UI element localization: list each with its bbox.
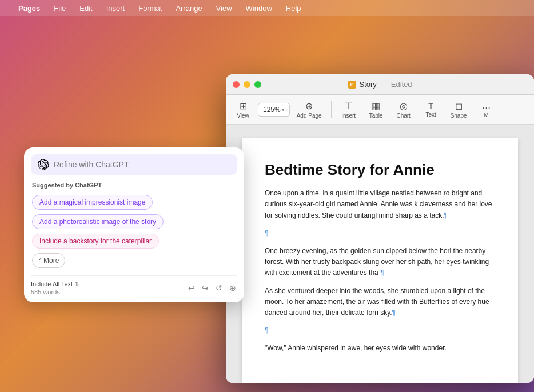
footer-left: Include All Text ⇅ 585 words — [31, 281, 79, 295]
zoom-selector[interactable]: 125% ▾ — [258, 103, 290, 117]
toolbar-table[interactable]: ▦ Table — [364, 98, 389, 121]
more-toolbar-icon: … — [482, 101, 491, 111]
window-title-separator: — — [380, 80, 388, 89]
chatgpt-panel: Suggested by ChatGPT Add a magical impre… — [24, 147, 244, 302]
close-button[interactable] — [233, 81, 240, 88]
footer-actions: ↩ ↪ ↺ ⊕ — [187, 282, 237, 294]
toolbar-table-label: Table — [369, 113, 383, 119]
menubar: Pages File Edit Insert Format Arrange Vi… — [0, 0, 534, 16]
toolbar: ⊞ View 125% ▾ ⊕ Add Page ⊤ Insert ▦ Tabl… — [226, 95, 534, 125]
word-count: 585 words — [31, 289, 79, 295]
suggestion-btn-2[interactable]: Add a photorealistic image of the story — [32, 214, 164, 229]
refine-input[interactable] — [54, 160, 230, 169]
document-title: Bedtime Story for Annie — [265, 161, 495, 179]
refresh-button[interactable]: ↺ — [214, 282, 224, 294]
menubar-window[interactable]: Window — [244, 3, 274, 14]
window-title: P Story — Edited — [348, 80, 412, 89]
doc-paragraph-4: As she ventured deeper into the woods, s… — [265, 286, 495, 319]
table-icon: ▦ — [372, 101, 380, 111]
shape-icon: ◻ — [455, 101, 463, 111]
toolbar-add-page[interactable]: ⊕ Add Page — [292, 98, 326, 121]
zoom-value: 125% — [263, 106, 281, 114]
pages-window: P Story — Edited ⊞ View 125% ▾ ⊕ Add Pag… — [226, 74, 534, 383]
doc-paragraph-2: ¶ — [265, 228, 495, 239]
menubar-edit[interactable]: Edit — [77, 3, 94, 14]
redo-button[interactable]: ↪ — [201, 282, 210, 294]
window-title-text: Story — [359, 80, 376, 89]
list-item: Add a magical impressionist image — [31, 193, 237, 211]
toolbar-more-label: M — [484, 112, 488, 118]
view-icon: ⊞ — [240, 101, 247, 111]
toolbar-view[interactable]: ⊞ View — [230, 98, 256, 121]
panel-footer: Include All Text ⇅ 585 words ↩ ↪ ↺ ⊕ — [31, 275, 237, 295]
suggestions-list: Add a magical impressionist image Add a … — [31, 193, 237, 270]
menubar-file[interactable]: File — [51, 3, 68, 14]
undo-button[interactable]: ↩ — [187, 282, 196, 294]
doc-paragraph-5: ¶ — [265, 325, 495, 336]
text-icon: T — [428, 101, 433, 110]
refine-input-container[interactable] — [31, 154, 237, 175]
menubar-arrange[interactable]: Arrange — [173, 3, 204, 14]
suggestion-btn-1[interactable]: Add a magical impressionist image — [32, 195, 153, 210]
suggestion-btn-3[interactable]: Include a backstory for the caterpillar — [32, 234, 159, 249]
menubar-format[interactable]: Format — [136, 3, 164, 14]
toolbar-view-label: View — [237, 113, 249, 119]
more-button-label: More — [43, 257, 59, 265]
chatgpt-logo-icon — [38, 159, 49, 170]
doc-paragraph-1: Once upon a time, in a quaint little vil… — [265, 188, 495, 221]
chevron-down-icon: ˅ — [38, 258, 41, 264]
toolbar-insert-label: Insert — [341, 113, 356, 119]
include-text-label: Include All Text — [31, 281, 73, 287]
include-arrows-icon: ⇅ — [75, 281, 79, 287]
list-item: ˅ More — [31, 251, 237, 270]
pages-file-icon: P — [348, 81, 356, 89]
toolbar-insert[interactable]: ⊤ Insert — [336, 98, 361, 121]
toolbar-more[interactable]: … M — [474, 98, 499, 121]
toolbar-text[interactable]: T Text — [419, 99, 444, 120]
edited-label: Edited — [391, 80, 412, 89]
toolbar-add-page-label: Add Page — [297, 113, 322, 119]
list-item: Include a backstory for the caterpillar — [31, 232, 237, 250]
zoom-chevron-icon: ▾ — [282, 107, 285, 113]
suggested-label: Suggested by ChatGPT — [31, 182, 237, 189]
toolbar-divider-1 — [331, 101, 332, 118]
document-content[interactable]: Bedtime Story for Annie Once upon a time… — [226, 125, 534, 383]
toolbar-shape[interactable]: ◻ Shape — [446, 98, 472, 121]
toolbar-chart-label: Chart — [396, 113, 410, 119]
more-button[interactable]: ˅ More — [32, 253, 65, 268]
toolbar-shape-label: Shape — [451, 113, 467, 119]
menubar-insert[interactable]: Insert — [104, 3, 127, 14]
menubar-help[interactable]: Help — [284, 3, 304, 14]
chart-icon: ◎ — [400, 101, 408, 111]
maximize-button[interactable] — [254, 81, 261, 88]
doc-paragraph-3: One breezy evening, as the golden sun di… — [265, 246, 495, 279]
doc-paragraph-6: "Wow," Annie whispered in awe, her eyes … — [265, 343, 495, 354]
menubar-view[interactable]: View — [214, 3, 234, 14]
document-page: Bedtime Story for Annie Once upon a time… — [242, 138, 518, 383]
list-item: Add a photorealistic image of the story — [31, 213, 237, 231]
add-button[interactable]: ⊕ — [228, 282, 237, 294]
toolbar-text-label: Text — [425, 111, 436, 118]
menubar-pages[interactable]: Pages — [16, 3, 42, 14]
include-text[interactable]: Include All Text ⇅ — [31, 281, 79, 287]
toolbar-chart[interactable]: ◎ Chart — [391, 98, 416, 121]
minimize-button[interactable] — [244, 81, 250, 88]
traffic-lights — [233, 81, 261, 88]
window-titlebar: P Story — Edited — [226, 74, 534, 95]
add-page-icon: ⊕ — [305, 101, 313, 111]
insert-icon: ⊤ — [345, 101, 353, 111]
